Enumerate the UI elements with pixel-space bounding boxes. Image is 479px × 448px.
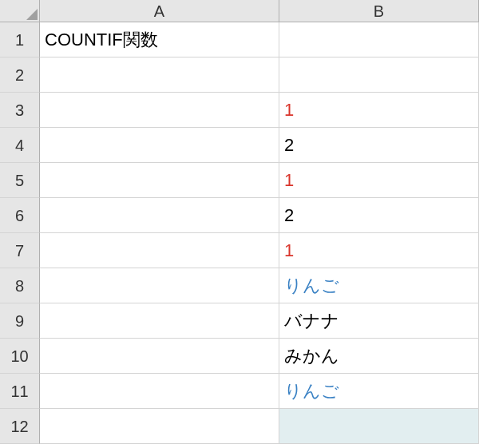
row-header-3[interactable]: 3 [0,93,40,128]
cell-B10[interactable]: みかん [279,339,479,374]
cell-A10[interactable] [40,339,279,374]
cell-B2[interactable] [279,57,479,93]
row-header-11[interactable]: 11 [0,374,40,409]
cell-A1[interactable]: COUNTIF関数 [40,22,279,57]
cell-A5[interactable] [40,163,279,198]
column-header-B[interactable]: B [279,0,479,22]
select-all-corner[interactable] [0,0,40,22]
column-header-A[interactable]: A [40,0,279,22]
row-header-6[interactable]: 6 [0,198,40,233]
row-header-7[interactable]: 7 [0,233,40,268]
row-header-4[interactable]: 4 [0,128,40,163]
cell-B7[interactable]: 1 [279,233,479,268]
cell-A3[interactable] [40,93,279,128]
cell-A4[interactable] [40,128,279,163]
row-header-2[interactable]: 2 [0,57,40,93]
cell-B11[interactable]: りんご [279,374,479,409]
cell-B6[interactable]: 2 [279,198,479,233]
cell-B1[interactable] [279,22,479,57]
cell-B9[interactable]: バナナ [279,303,479,339]
cell-B4[interactable]: 2 [279,128,479,163]
cell-A7[interactable] [40,233,279,268]
row-header-1[interactable]: 1 [0,22,40,57]
row-header-8[interactable]: 8 [0,268,40,303]
spreadsheet-grid: A B 1 COUNTIF関数 2 3 1 4 2 5 1 6 2 7 1 8 … [0,0,479,444]
cell-A12[interactable] [40,409,279,444]
cell-B8[interactable]: りんご [279,268,479,303]
cell-A2[interactable] [40,57,279,93]
cell-A11[interactable] [40,374,279,409]
cell-B5[interactable]: 1 [279,163,479,198]
cell-A8[interactable] [40,268,279,303]
cell-A9[interactable] [40,303,279,339]
cell-B12[interactable] [279,409,479,444]
row-header-5[interactable]: 5 [0,163,40,198]
cell-B3[interactable]: 1 [279,93,479,128]
row-header-10[interactable]: 10 [0,339,40,374]
cell-A6[interactable] [40,198,279,233]
row-header-12[interactable]: 12 [0,409,40,444]
row-header-9[interactable]: 9 [0,303,40,339]
